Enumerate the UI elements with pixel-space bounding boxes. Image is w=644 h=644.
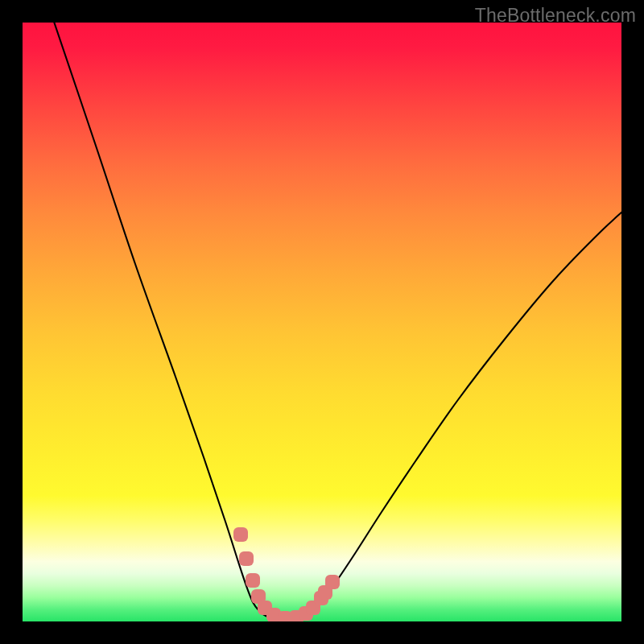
curve-markers xyxy=(233,527,340,621)
plot-area xyxy=(23,23,621,621)
chart-svg xyxy=(23,23,621,621)
curve-marker xyxy=(325,575,340,589)
curve-marker xyxy=(246,573,260,588)
curve-marker xyxy=(239,551,254,566)
curve-marker xyxy=(233,527,248,542)
curve-right xyxy=(298,201,621,618)
chart-frame: TheBottleneck.com xyxy=(0,0,644,644)
